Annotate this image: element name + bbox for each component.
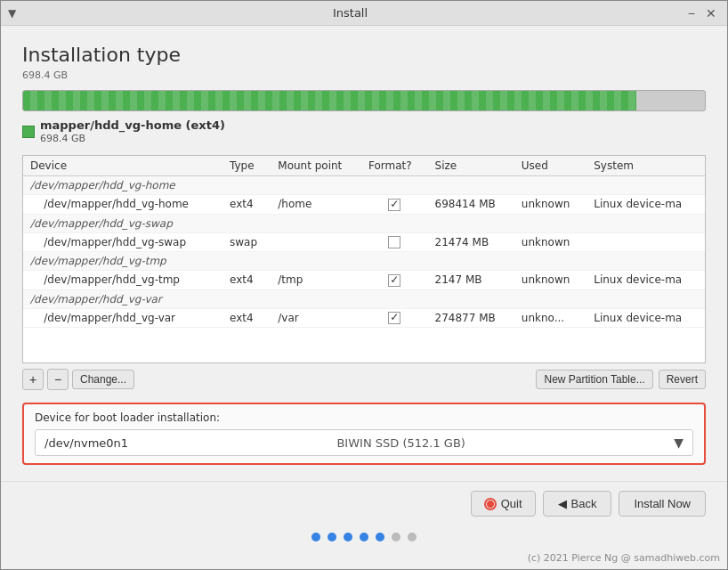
group-device-label: /dev/mapper/hdd_vg-var bbox=[23, 289, 705, 308]
page-title: Installation type bbox=[22, 44, 706, 66]
cell-device: /dev/mapper/hdd_vg-var bbox=[23, 308, 222, 328]
cell-mount: /var bbox=[271, 308, 361, 328]
bottom-bar: Quit ◀ Back Install Now bbox=[1, 481, 727, 525]
progress-dot-4 bbox=[376, 533, 384, 542]
cell-format bbox=[361, 195, 428, 215]
window-title: Install bbox=[16, 6, 684, 20]
right-actions: New Partition Table... Revert bbox=[536, 370, 706, 389]
window-menu-icon[interactable]: ▼ bbox=[8, 7, 16, 20]
group-device-label: /dev/mapper/hdd_vg-swap bbox=[23, 214, 705, 232]
table-body: /dev/mapper/hdd_vg-home /dev/mapper/hdd_… bbox=[23, 176, 705, 328]
quit-button[interactable]: Quit bbox=[471, 491, 536, 517]
remove-partition-button[interactable]: − bbox=[47, 369, 69, 390]
minimize-button[interactable]: − bbox=[684, 7, 699, 20]
boot-loader-select[interactable]: /dev/nvme0n1 BIWIN SSD (512.1 GB) ▼ bbox=[35, 429, 693, 456]
table-row[interactable]: /dev/mapper/hdd_vg-tmp bbox=[23, 252, 705, 271]
quit-label: Quit bbox=[501, 497, 522, 510]
main-content: Installation type 698.4 GB mapper/hdd_vg… bbox=[1, 26, 727, 481]
cell-type: ext4 bbox=[222, 271, 271, 290]
change-partition-button[interactable]: Change... bbox=[72, 370, 134, 389]
progress-dot-0 bbox=[311, 533, 320, 542]
install-now-button[interactable]: Install Now bbox=[619, 491, 706, 517]
disk-size-label: 698.4 GB bbox=[22, 69, 706, 81]
progress-dot-2 bbox=[344, 533, 352, 542]
progress-dot-1 bbox=[328, 533, 336, 542]
boot-loader-section: Device for boot loader installation: /de… bbox=[22, 403, 706, 465]
dropdown-arrow-icon: ▼ bbox=[674, 436, 684, 450]
format-checkbox[interactable] bbox=[388, 312, 400, 324]
partition-table: Device Type Mount point Format? Size Use… bbox=[22, 155, 706, 363]
col-type: Type bbox=[222, 156, 271, 176]
table-row[interactable]: /dev/mapper/hdd_vg-home ext4 /home 69841… bbox=[23, 195, 705, 215]
boot-loader-device: /dev/nvme0n1 bbox=[44, 436, 128, 450]
cell-system: Linux device-ma bbox=[586, 308, 705, 328]
cell-type: ext4 bbox=[222, 195, 271, 215]
disk-bar bbox=[22, 90, 706, 111]
legend-label: mapper/hdd_vg-home (ext4) bbox=[40, 118, 225, 132]
partition-data-table: Device Type Mount point Format? Size Use… bbox=[23, 156, 705, 328]
cell-system: Linux device-ma bbox=[586, 195, 705, 215]
cell-system bbox=[586, 232, 705, 252]
table-actions: + − Change... New Partition Table... Rev… bbox=[22, 363, 706, 395]
cell-used: unkno... bbox=[514, 308, 586, 328]
cell-used: unknown bbox=[514, 232, 586, 252]
cell-format bbox=[361, 232, 428, 252]
cell-size: 274877 MB bbox=[428, 308, 514, 328]
format-checkbox[interactable] bbox=[388, 199, 400, 211]
cell-used: unknown bbox=[514, 271, 586, 290]
table-row[interactable]: /dev/mapper/hdd_vg-var ext4 /var 274877 … bbox=[23, 308, 705, 328]
cell-device: /dev/mapper/hdd_vg-tmp bbox=[23, 271, 222, 290]
group-device-label: /dev/mapper/hdd_vg-tmp bbox=[23, 252, 705, 271]
legend-color-box bbox=[22, 126, 35, 138]
progress-dot-5 bbox=[392, 533, 400, 542]
col-size: Size bbox=[428, 156, 514, 176]
cell-mount: /tmp bbox=[271, 271, 361, 290]
add-partition-button[interactable]: + bbox=[22, 369, 44, 390]
disk-legend: mapper/hdd_vg-home (ext4) 698.4 GB bbox=[22, 118, 706, 144]
format-checkbox[interactable] bbox=[388, 236, 400, 248]
legend-info: mapper/hdd_vg-home (ext4) 698.4 GB bbox=[40, 118, 225, 144]
table-row[interactable]: /dev/mapper/hdd_vg-home bbox=[23, 176, 705, 195]
format-checkbox[interactable] bbox=[388, 274, 400, 287]
table-row[interactable]: /dev/mapper/hdd_vg-swap bbox=[23, 214, 705, 232]
cell-size: 2147 MB bbox=[428, 271, 514, 290]
progress-dots bbox=[1, 525, 727, 549]
cell-type: swap bbox=[222, 232, 271, 252]
back-button[interactable]: ◀ Back bbox=[543, 491, 612, 517]
legend-size: 698.4 GB bbox=[40, 133, 225, 144]
col-used: Used bbox=[514, 156, 586, 176]
revert-button[interactable]: Revert bbox=[659, 370, 706, 389]
titlebar-controls: − ✕ bbox=[684, 7, 720, 20]
col-format: Format? bbox=[361, 156, 428, 176]
cell-used: unknown bbox=[514, 195, 586, 215]
table-row[interactable]: /dev/mapper/hdd_vg-swap swap 21474 MB un… bbox=[23, 232, 705, 252]
col-mount: Mount point bbox=[271, 156, 361, 176]
back-arrow-icon: ◀ bbox=[558, 497, 567, 510]
new-partition-table-button[interactable]: New Partition Table... bbox=[536, 370, 652, 389]
titlebar-left: ▼ bbox=[8, 7, 16, 20]
progress-dot-3 bbox=[360, 533, 368, 542]
window: ▼ Install − ✕ Installation type 698.4 GB… bbox=[0, 0, 728, 570]
footer-text: (c) 2021 Pierce Ng @ samadhiweb.com bbox=[1, 549, 727, 569]
cell-size: 21474 MB bbox=[428, 232, 514, 252]
table-row[interactable]: /dev/mapper/hdd_vg-tmp ext4 /tmp 2147 MB… bbox=[23, 271, 705, 290]
cell-mount bbox=[271, 232, 361, 252]
quit-icon bbox=[484, 498, 497, 510]
cell-device: /dev/mapper/hdd_vg-home bbox=[23, 195, 222, 215]
cell-size: 698414 MB bbox=[428, 195, 514, 215]
cell-mount: /home bbox=[271, 195, 361, 215]
cell-device: /dev/mapper/hdd_vg-swap bbox=[23, 232, 222, 252]
close-button[interactable]: ✕ bbox=[702, 7, 720, 20]
group-device-label: /dev/mapper/hdd_vg-home bbox=[23, 176, 705, 195]
col-system: System bbox=[586, 156, 705, 176]
cell-type: ext4 bbox=[222, 308, 271, 328]
boot-loader-label: Device for boot loader installation: bbox=[35, 411, 693, 424]
back-label: Back bbox=[571, 497, 597, 510]
col-device: Device bbox=[23, 156, 222, 176]
disk-bar-fill bbox=[23, 91, 636, 110]
table-header: Device Type Mount point Format? Size Use… bbox=[23, 156, 705, 176]
cell-format bbox=[361, 308, 428, 328]
boot-loader-description: BIWIN SSD (512.1 GB) bbox=[128, 436, 674, 450]
cell-system: Linux device-ma bbox=[586, 271, 705, 290]
table-row[interactable]: /dev/mapper/hdd_vg-var bbox=[23, 289, 705, 308]
